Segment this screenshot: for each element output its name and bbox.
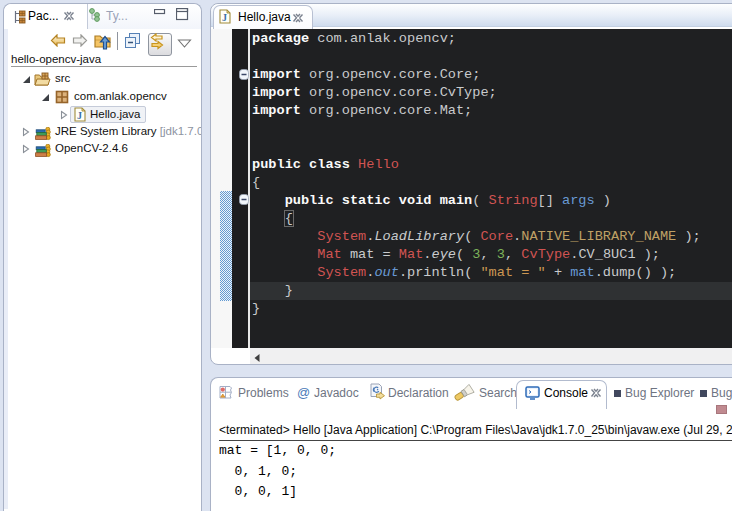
svg-text:J: J	[77, 110, 82, 121]
svg-text:J: J	[222, 12, 227, 23]
